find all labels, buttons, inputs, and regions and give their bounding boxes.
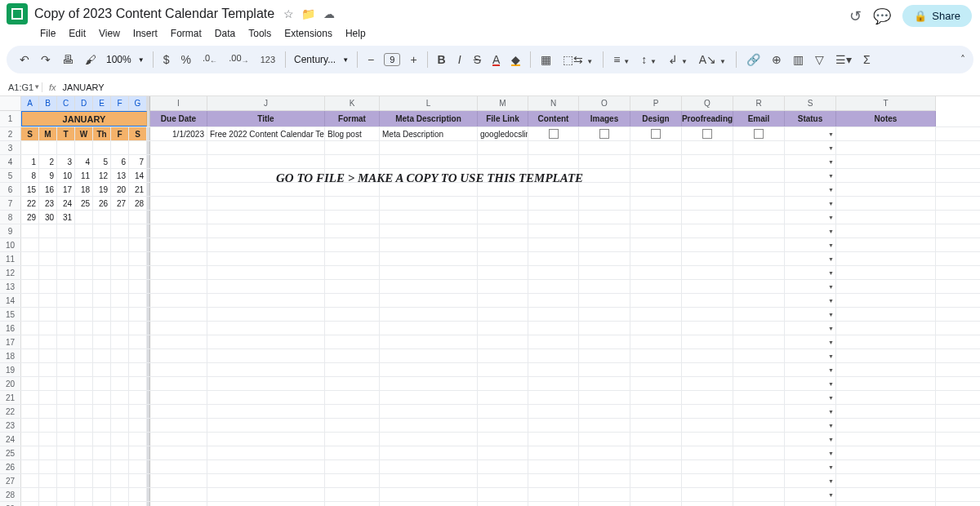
cell[interactable] (682, 405, 733, 418)
cell[interactable] (75, 419, 93, 432)
cell[interactable] (150, 391, 207, 404)
cell[interactable] (111, 266, 129, 279)
cell[interactable] (111, 419, 129, 432)
cell[interactable] (682, 141, 733, 154)
cell[interactable]: ▼ (785, 474, 836, 487)
cell[interactable] (733, 141, 785, 154)
cell[interactable] (380, 405, 478, 418)
rotate-button[interactable]: A↘ ▼ (694, 50, 731, 69)
cell[interactable]: ▼ (785, 211, 836, 224)
cell[interactable] (93, 252, 111, 265)
cell[interactable] (207, 377, 325, 390)
cell[interactable] (150, 322, 207, 335)
rowhdr-8[interactable]: 8 (0, 211, 21, 224)
colhdr-R[interactable]: R (733, 96, 785, 111)
cell[interactable] (528, 460, 579, 473)
rowhdr-7[interactable]: 7 (0, 197, 21, 210)
cell[interactable]: ▼ (785, 322, 836, 335)
cell[interactable] (682, 391, 733, 404)
cell[interactable] (325, 238, 380, 251)
cell[interactable]: ▼ (785, 502, 836, 506)
cell[interactable] (579, 502, 630, 506)
cal-cell[interactable] (93, 211, 111, 224)
cell[interactable] (21, 322, 39, 335)
cell[interactable] (57, 433, 75, 446)
cell[interactable] (682, 294, 733, 307)
rowhdr-20[interactable]: 20 (0, 377, 21, 390)
cell[interactable] (380, 488, 478, 501)
rowhdr-13[interactable]: 13 (0, 280, 21, 293)
cell[interactable] (630, 335, 682, 348)
cell[interactable] (75, 363, 93, 376)
cell[interactable] (111, 224, 129, 237)
cell[interactable] (682, 183, 733, 196)
rowhdr-15[interactable]: 15 (0, 308, 21, 321)
rowhdr-16[interactable]: 16 (0, 322, 21, 335)
plan-header-L[interactable]: Meta Description (380, 111, 478, 126)
cell[interactable] (39, 488, 57, 501)
cell[interactable] (579, 446, 630, 459)
sheets-logo[interactable] (7, 3, 28, 24)
cell[interactable] (39, 322, 57, 335)
cal-cell[interactable]: 25 (75, 197, 93, 210)
menu-insert[interactable]: Insert (127, 26, 163, 41)
print-button[interactable]: 🖶 (57, 50, 78, 69)
redo-button[interactable]: ↷ (36, 50, 56, 69)
menu-edit[interactable]: Edit (63, 26, 91, 41)
cell[interactable] (682, 488, 733, 501)
cell[interactable] (150, 141, 207, 154)
cell[interactable] (579, 349, 630, 362)
increase-font-button[interactable]: + (405, 50, 421, 69)
cell[interactable] (478, 377, 528, 390)
cell[interactable] (21, 391, 39, 404)
cal-cell[interactable]: 17 (57, 183, 75, 196)
cell[interactable] (111, 446, 129, 459)
cell[interactable] (57, 266, 75, 279)
cell[interactable] (129, 238, 147, 251)
cell[interactable] (57, 335, 75, 348)
plan-header-I[interactable]: Due Date (150, 111, 207, 126)
cell[interactable] (630, 502, 682, 506)
cell[interactable] (478, 211, 528, 224)
cell[interactable] (733, 294, 785, 307)
menu-file[interactable]: File (34, 26, 61, 41)
cell[interactable] (478, 335, 528, 348)
cal-cell[interactable]: 1 (21, 155, 39, 168)
month-header[interactable]: JANUARY (21, 111, 147, 126)
cell[interactable] (630, 322, 682, 335)
rowhdr-26[interactable]: 26 (0, 460, 21, 473)
cell[interactable] (325, 502, 380, 506)
cell[interactable] (21, 349, 39, 362)
cell[interactable] (733, 280, 785, 293)
cell[interactable] (75, 266, 93, 279)
day-header-4[interactable]: Th (93, 127, 111, 140)
plan-header-J[interactable]: Title (207, 111, 325, 126)
cell[interactable] (579, 335, 630, 348)
cell[interactable] (380, 308, 478, 321)
cell[interactable] (579, 211, 630, 224)
cell[interactable] (380, 433, 478, 446)
cell[interactable] (93, 377, 111, 390)
cell[interactable] (93, 280, 111, 293)
cell[interactable] (836, 252, 936, 265)
cell[interactable] (836, 183, 936, 196)
cell[interactable] (579, 419, 630, 432)
move-icon[interactable]: 📁 (301, 7, 315, 20)
cell[interactable] (21, 238, 39, 251)
cell[interactable] (733, 377, 785, 390)
cell[interactable] (836, 349, 936, 362)
cell[interactable] (380, 391, 478, 404)
cell[interactable] (682, 363, 733, 376)
cal-cell[interactable]: 14 (129, 169, 147, 182)
cell[interactable]: ▼ (785, 308, 836, 321)
cell[interactable]: ▼ (785, 363, 836, 376)
cell[interactable] (39, 405, 57, 418)
cell[interactable] (630, 211, 682, 224)
cell[interactable] (57, 377, 75, 390)
cal-cell[interactable]: 24 (57, 197, 75, 210)
cell[interactable]: ▼ (785, 377, 836, 390)
cell[interactable] (579, 280, 630, 293)
cell[interactable] (528, 141, 579, 154)
cell[interactable] (682, 224, 733, 237)
cell[interactable] (93, 238, 111, 251)
